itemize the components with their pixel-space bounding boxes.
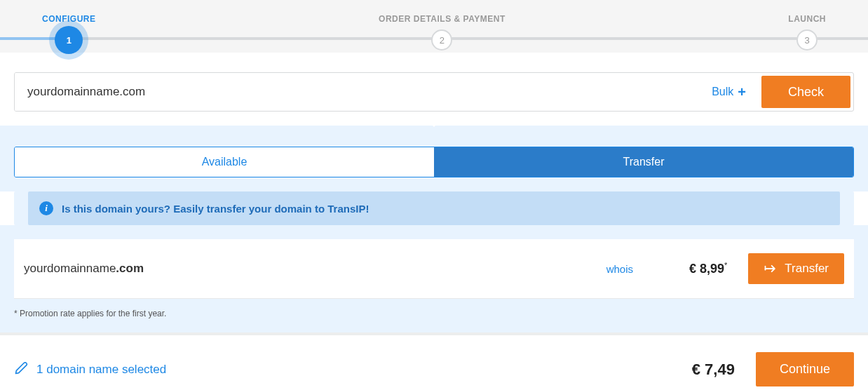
promo-note: * Promotion rate applies for the first y… — [14, 299, 854, 318]
info-text: Is this domain yours? Easily transfer yo… — [62, 203, 369, 215]
step-label: ORDER DETAILS & PAYMENT — [379, 14, 506, 24]
transfer-button-label: Transfer — [785, 262, 829, 276]
bulk-button[interactable]: Bulk + — [699, 73, 759, 111]
step-circle: 2 — [431, 29, 452, 51]
check-button[interactable]: Check — [761, 76, 850, 108]
bulk-label: Bulk — [712, 86, 733, 98]
step-order-details[interactable]: ORDER DETAILS & PAYMENT 2 — [379, 14, 506, 54]
progress-stepper: CONFIGURE 1 ORDER DETAILS & PAYMENT 2 LA… — [0, 0, 868, 53]
edit-icon[interactable] — [14, 361, 28, 378]
continue-button[interactable]: Continue — [756, 352, 854, 386]
search-section: Bulk + Check — [0, 53, 868, 126]
plus-icon: + — [738, 84, 746, 100]
domain-name: yourdomainname.com — [24, 262, 606, 276]
step-circle: 1 — [55, 26, 83, 54]
tabs: Available Transfer — [14, 147, 854, 177]
domain-sld: yourdomainname — [24, 262, 116, 275]
total-price: € 7,49 — [692, 361, 735, 379]
tab-available[interactable]: Available — [15, 147, 434, 177]
domain-search-input[interactable] — [15, 73, 699, 111]
price-asterisk: * — [724, 261, 727, 269]
transfer-arrow-icon — [764, 262, 778, 275]
info-icon: i — [39, 201, 53, 215]
step-launch[interactable]: LAUNCH 3 — [788, 14, 826, 54]
footer-bar: 1 domain name selected € 7,49 Continue — [0, 332, 868, 390]
info-banner: i Is this domain yours? Easily transfer … — [14, 191, 854, 225]
tabs-section: Available Transfer — [0, 126, 868, 191]
domain-tld: .com — [116, 262, 144, 275]
step-configure[interactable]: CONFIGURE 1 — [42, 14, 96, 54]
domain-result-row: yourdomainname.com whois € 8,99* Transfe… — [14, 239, 854, 299]
step-label: CONFIGURE — [42, 14, 96, 24]
step-circle: 3 — [796, 29, 818, 51]
tab-transfer[interactable]: Transfer — [434, 147, 853, 177]
selected-count[interactable]: 1 domain name selected — [36, 363, 692, 377]
search-row: Bulk + Check — [14, 72, 854, 112]
transfer-button[interactable]: Transfer — [748, 253, 844, 284]
whois-link[interactable]: whois — [606, 263, 633, 275]
step-label: LAUNCH — [788, 14, 826, 24]
domain-price: € 8,99* — [689, 261, 727, 276]
results-section: yourdomainname.com whois € 8,99* Transfe… — [0, 225, 868, 332]
